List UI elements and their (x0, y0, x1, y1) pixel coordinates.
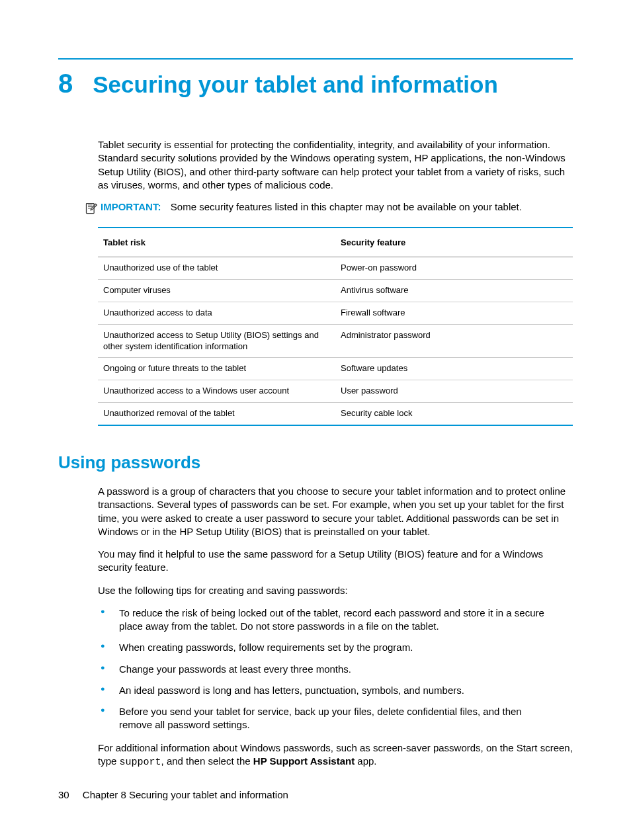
table-cell-feature: Power-on password (335, 257, 573, 280)
p4-mid: , and then select the (161, 755, 253, 767)
table-cell-feature: Firewall software (335, 302, 573, 324)
table-row: Computer virusesAntivirus software (98, 279, 573, 302)
passwords-p4: For additional information about Windows… (98, 741, 573, 770)
note-icon (85, 202, 98, 215)
important-text: Some security features listed in this ch… (171, 201, 522, 212)
list-item: An ideal password is long and has letter… (98, 684, 554, 697)
table-row: Ongoing or future threats to the tabletS… (98, 358, 573, 380)
important-label: IMPORTANT: (101, 201, 161, 212)
page-number: 30 (58, 789, 69, 800)
table-cell-feature: User password (335, 380, 573, 403)
table-row: Unauthorized access to a Windows user ac… (98, 380, 573, 403)
chapter-header: 8 Securing your tablet and information (58, 58, 573, 99)
p4-code: support (120, 757, 161, 768)
list-item: Before you send your tablet for service,… (98, 705, 554, 732)
table-header-feature: Security feature (335, 228, 573, 257)
table-cell-risk: Computer viruses (98, 279, 335, 302)
tips-list: To reduce the risk of being locked out o… (98, 607, 573, 732)
intro-paragraph: Tablet security is essential for protect… (98, 138, 573, 192)
table-cell-risk: Unauthorized access to a Windows user ac… (98, 380, 335, 403)
table-cell-risk: Unauthorized access to Setup Utility (BI… (98, 324, 335, 358)
important-note: IMPORTANT: Some security features listed… (85, 201, 573, 215)
table-cell-feature: Antivirus software (335, 279, 573, 302)
p4-post: app. (355, 755, 376, 767)
list-item: Change your passwords at least every thr… (98, 663, 554, 676)
p4-bold: HP Support Assistant (253, 755, 355, 767)
table-cell-risk: Unauthorized access to data (98, 302, 335, 324)
chapter-number: 8 (58, 69, 73, 99)
passwords-p1: A password is a group of characters that… (98, 485, 573, 538)
passwords-p3: Use the following tips for creating and … (98, 584, 573, 597)
section-heading-using-passwords: Using passwords (58, 452, 573, 473)
chapter-title: Securing your tablet and information (93, 71, 498, 98)
list-item: When creating passwords, follow requirem… (98, 641, 554, 654)
table-header-risk: Tablet risk (98, 228, 335, 257)
list-item: To reduce the risk of being locked out o… (98, 607, 554, 634)
table-row: Unauthorized access to Setup Utility (BI… (98, 324, 573, 358)
risk-feature-table: Tablet risk Security feature Unauthorize… (98, 227, 573, 426)
table-cell-feature: Software updates (335, 358, 573, 380)
page-footer: 30 Chapter 8 Securing your tablet and in… (58, 789, 288, 800)
table-cell-risk: Unauthorized use of the tablet (98, 257, 335, 280)
table-row: Unauthorized access to dataFirewall soft… (98, 302, 573, 324)
table-cell-risk: Unauthorized removal of the tablet (98, 403, 335, 425)
table-row: Unauthorized use of the tabletPower-on p… (98, 257, 573, 280)
passwords-p2: You may find it helpful to use the same … (98, 548, 573, 575)
table-cell-feature: Security cable lock (335, 403, 573, 425)
footer-text: Chapter 8 Securing your tablet and infor… (83, 789, 288, 800)
table-cell-feature: Administrator password (335, 324, 573, 358)
table-cell-risk: Ongoing or future threats to the tablet (98, 358, 335, 380)
table-row: Unauthorized removal of the tabletSecuri… (98, 403, 573, 425)
